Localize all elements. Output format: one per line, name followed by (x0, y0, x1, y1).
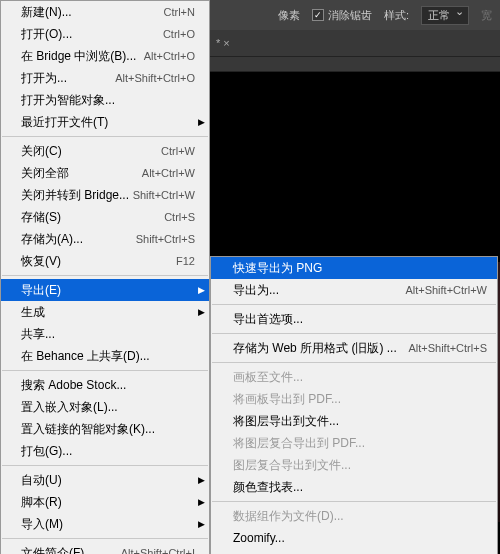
menu-item[interactable]: 恢复(V)F12 (1, 250, 209, 272)
file-menu[interactable]: 新建(N)...Ctrl+N打开(O)...Ctrl+O在 Bridge 中浏览… (0, 0, 210, 554)
submenu-item[interactable]: 颜色查找表... (211, 476, 497, 498)
menu-item-label: 将图层复合导出到 PDF... (233, 435, 365, 451)
width-label: 宽 (481, 8, 492, 23)
menu-item-label: 最近打开文件(T) (21, 114, 108, 130)
menu-item[interactable]: 自动(U)▶ (1, 469, 209, 491)
menu-shortcut: Shift+Ctrl+S (136, 231, 195, 247)
menu-item[interactable]: 搜索 Adobe Stock... (1, 374, 209, 396)
menu-item-label: 将图层导出到文件... (233, 413, 339, 429)
menu-item-label: 自动(U) (21, 472, 62, 488)
submenu-item[interactable]: 存储为 Web 所用格式 (旧版) ...Alt+Shift+Ctrl+S (211, 337, 497, 359)
submenu-item: 画板至文件... (211, 366, 497, 388)
submenu-item: 数据组作为文件(D)... (211, 505, 497, 527)
chevron-right-icon: ▶ (198, 304, 205, 320)
menu-item-label: 置入链接的智能对象(K)... (21, 421, 155, 437)
menu-item-label: 关闭并转到 Bridge... (21, 187, 129, 203)
menu-item-label: 打开(O)... (21, 26, 72, 42)
menu-item-label: 文件简介(F)... (21, 545, 94, 554)
submenu-item: 将画板导出到 PDF... (211, 388, 497, 410)
menu-item[interactable]: 置入链接的智能对象(K)... (1, 418, 209, 440)
menu-shortcut: Ctrl+O (163, 26, 195, 42)
menu-item-label: 在 Bridge 中浏览(B)... (21, 48, 136, 64)
doc-tab[interactable]: * × (210, 37, 236, 49)
style-select[interactable]: 正常 (421, 6, 469, 25)
menu-item[interactable]: 生成▶ (1, 301, 209, 323)
menu-item[interactable]: 存储(S)Ctrl+S (1, 206, 209, 228)
submenu-item[interactable]: Zoomify... (211, 527, 497, 549)
menu-item[interactable]: 置入嵌入对象(L)... (1, 396, 209, 418)
menu-item[interactable]: 打开为智能对象... (1, 89, 209, 111)
menu-item[interactable]: 脚本(R)▶ (1, 491, 209, 513)
menu-shortcut: Alt+Shift+Ctrl+S (408, 340, 487, 356)
menu-item[interactable]: 导入(M)▶ (1, 513, 209, 535)
menu-shortcut: Shift+Ctrl+W (133, 187, 195, 203)
menu-item[interactable]: 文件简介(F)...Alt+Shift+Ctrl+I (1, 542, 209, 554)
menu-separator (2, 370, 208, 371)
submenu-item[interactable]: 将图层导出到文件... (211, 410, 497, 432)
menu-item-label: 共享... (21, 326, 55, 342)
antialias-checkbox[interactable]: ✓ 消除锯齿 (312, 8, 372, 23)
menu-item[interactable]: 共享... (1, 323, 209, 345)
menu-item[interactable]: 新建(N)...Ctrl+N (1, 1, 209, 23)
menu-item-label: 生成 (21, 304, 45, 320)
menu-item-label: 在 Behance 上共享(D)... (21, 348, 150, 364)
menu-item[interactable]: 打包(G)... (1, 440, 209, 462)
check-icon: ✓ (312, 9, 324, 21)
menu-item-label: Zoomify... (233, 530, 285, 546)
menu-item-label: 存储(S) (21, 209, 61, 225)
chevron-right-icon: ▶ (198, 282, 205, 298)
menu-separator (212, 362, 496, 363)
submenu-item[interactable]: 导出为...Alt+Shift+Ctrl+W (211, 279, 497, 301)
menu-separator (2, 136, 208, 137)
menu-item[interactable]: 最近打开文件(T)▶ (1, 111, 209, 133)
menu-item[interactable]: 打开为...Alt+Shift+Ctrl+O (1, 67, 209, 89)
menu-separator (212, 304, 496, 305)
menu-item-label: 图层复合导出到文件... (233, 457, 351, 473)
chevron-right-icon: ▶ (198, 494, 205, 510)
chevron-right-icon: ▶ (198, 472, 205, 488)
menu-item-label: 脚本(R) (21, 494, 62, 510)
menu-item-label: 存储为(A)... (21, 231, 83, 247)
menu-item-label: 置入嵌入对象(L)... (21, 399, 118, 415)
menu-item-label: 打开为智能对象... (21, 92, 115, 108)
style-label: 样式: (384, 8, 409, 23)
chevron-right-icon: ▶ (198, 516, 205, 532)
menu-item[interactable]: 存储为(A)...Shift+Ctrl+S (1, 228, 209, 250)
menu-item-label: 颜色查找表... (233, 479, 303, 495)
menu-item-label: 关闭(C) (21, 143, 62, 159)
menu-separator (2, 538, 208, 539)
menu-shortcut: Alt+Shift+Ctrl+W (405, 282, 487, 298)
menu-item[interactable]: 导出(E)▶ (1, 279, 209, 301)
menu-item-label: 新建(N)... (21, 4, 72, 20)
menu-item[interactable]: 在 Behance 上共享(D)... (1, 345, 209, 367)
menu-shortcut: Alt+Shift+Ctrl+I (121, 545, 195, 554)
menu-item-label: 数据组作为文件(D)... (233, 508, 344, 524)
menu-item-label: 打开为... (21, 70, 67, 86)
menu-shortcut: Alt+Shift+Ctrl+O (115, 70, 195, 86)
menu-item-label: 导出为... (233, 282, 279, 298)
menu-item-label: 导出(E) (21, 282, 61, 298)
submenu-item: 将图层复合导出到 PDF... (211, 432, 497, 454)
submenu-item[interactable]: 快速导出为 PNG (211, 257, 497, 279)
menu-shortcut: Alt+Ctrl+O (144, 48, 195, 64)
menu-item[interactable]: 关闭全部Alt+Ctrl+W (1, 162, 209, 184)
export-submenu[interactable]: 快速导出为 PNG导出为...Alt+Shift+Ctrl+W导出首选项...存… (210, 256, 498, 554)
menu-item[interactable]: 在 Bridge 中浏览(B)...Alt+Ctrl+O (1, 45, 209, 67)
menu-separator (2, 465, 208, 466)
menu-separator (212, 501, 496, 502)
menu-item-label: 将画板导出到 PDF... (233, 391, 341, 407)
submenu-item[interactable]: 路径到 Illustrator... (211, 549, 497, 554)
menu-separator (2, 275, 208, 276)
menu-item-label: 导入(M) (21, 516, 63, 532)
menu-item-label: 关闭全部 (21, 165, 69, 181)
menu-item-label: 导出首选项... (233, 311, 303, 327)
doc-tab-title: * × (216, 37, 230, 49)
submenu-item[interactable]: 导出首选项... (211, 308, 497, 330)
submenu-item: 图层复合导出到文件... (211, 454, 497, 476)
menu-item-label: 存储为 Web 所用格式 (旧版) ... (233, 340, 397, 356)
menu-item-label: 搜索 Adobe Stock... (21, 377, 126, 393)
menu-item[interactable]: 关闭并转到 Bridge...Shift+Ctrl+W (1, 184, 209, 206)
menu-item[interactable]: 关闭(C)Ctrl+W (1, 140, 209, 162)
menu-item[interactable]: 打开(O)...Ctrl+O (1, 23, 209, 45)
menu-item-label: 画板至文件... (233, 369, 303, 385)
